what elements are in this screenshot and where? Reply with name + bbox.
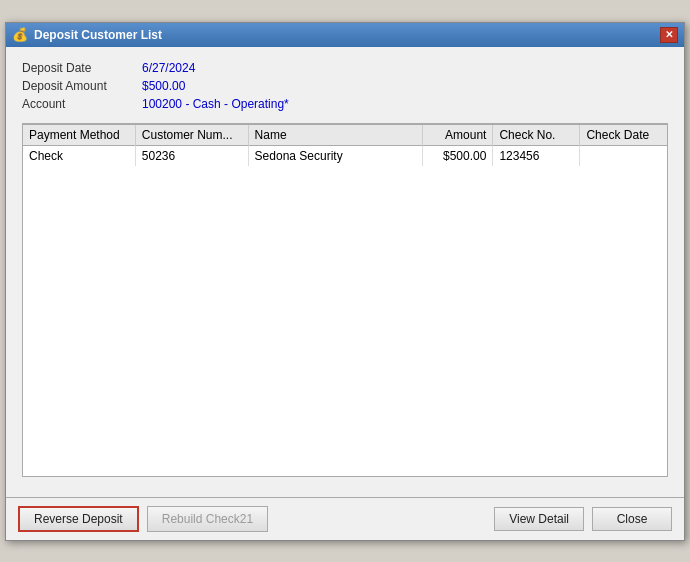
title-bar-left: 💰 Deposit Customer List bbox=[12, 27, 162, 42]
info-section: Deposit Date 6/27/2024 Deposit Amount $5… bbox=[22, 61, 668, 111]
close-button[interactable]: Close bbox=[592, 507, 672, 531]
col-amount: Amount bbox=[422, 125, 493, 146]
window-close-button[interactable]: ✕ bbox=[660, 27, 678, 43]
cell-check-no: 123456 bbox=[493, 145, 580, 166]
col-customer-num: Customer Num... bbox=[135, 125, 248, 146]
customer-table-container: Payment Method Customer Num... Name Amou… bbox=[22, 124, 668, 477]
window-title: Deposit Customer List bbox=[34, 28, 162, 42]
cell-customer-num: 50236 bbox=[135, 145, 248, 166]
footer-bar: Reverse Deposit Rebuild Check21 View Det… bbox=[6, 497, 684, 540]
footer-left-buttons: Reverse Deposit Rebuild Check21 bbox=[18, 506, 268, 532]
account-value: 100200 - Cash - Operating* bbox=[142, 97, 289, 111]
header-row: Payment Method Customer Num... Name Amou… bbox=[23, 125, 667, 146]
col-check-date: Check Date bbox=[580, 125, 667, 146]
table-row[interactable]: Check 50236 Sedona Security $500.00 1234… bbox=[23, 145, 667, 166]
table-empty-space bbox=[23, 166, 667, 476]
table-body: Check 50236 Sedona Security $500.00 1234… bbox=[23, 145, 667, 166]
deposit-date-row: Deposit Date 6/27/2024 bbox=[22, 61, 668, 75]
window-icon: 💰 bbox=[12, 27, 28, 42]
col-name: Name bbox=[248, 125, 422, 146]
main-window: 💰 Deposit Customer List ✕ Deposit Date 6… bbox=[5, 22, 685, 541]
account-label: Account bbox=[22, 97, 142, 111]
reverse-deposit-button[interactable]: Reverse Deposit bbox=[18, 506, 139, 532]
col-check-no: Check No. bbox=[493, 125, 580, 146]
deposit-date-label: Deposit Date bbox=[22, 61, 142, 75]
table-header: Payment Method Customer Num... Name Amou… bbox=[23, 125, 667, 146]
cell-name: Sedona Security bbox=[248, 145, 422, 166]
main-content: Deposit Date 6/27/2024 Deposit Amount $5… bbox=[6, 47, 684, 497]
footer-right-buttons: View Detail Close bbox=[494, 507, 672, 531]
cell-payment-method: Check bbox=[23, 145, 135, 166]
deposit-amount-value: $500.00 bbox=[142, 79, 185, 93]
view-detail-button[interactable]: View Detail bbox=[494, 507, 584, 531]
title-bar: 💰 Deposit Customer List ✕ bbox=[6, 23, 684, 47]
deposit-amount-label: Deposit Amount bbox=[22, 79, 142, 93]
customer-table: Payment Method Customer Num... Name Amou… bbox=[23, 125, 667, 166]
cell-amount: $500.00 bbox=[422, 145, 493, 166]
col-payment-method: Payment Method bbox=[23, 125, 135, 146]
rebuild-check21-button[interactable]: Rebuild Check21 bbox=[147, 506, 268, 532]
cell-check-date bbox=[580, 145, 667, 166]
deposit-amount-row: Deposit Amount $500.00 bbox=[22, 79, 668, 93]
account-row: Account 100200 - Cash - Operating* bbox=[22, 97, 668, 111]
deposit-date-value: 6/27/2024 bbox=[142, 61, 195, 75]
